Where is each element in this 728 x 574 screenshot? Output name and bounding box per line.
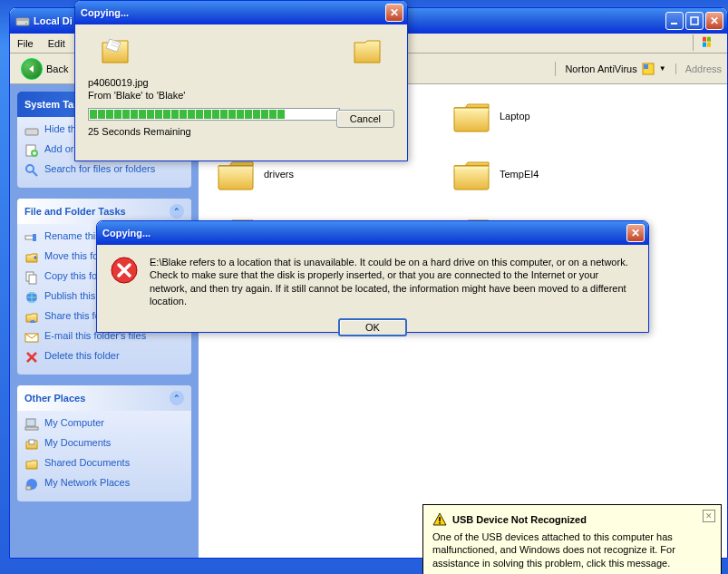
documents-icon	[24, 437, 39, 452]
copy-filename: p4060019.jpg	[88, 77, 394, 88]
progress-segment	[122, 110, 130, 119]
folder-icon	[452, 101, 490, 133]
menu-file[interactable]: File	[10, 35, 41, 52]
search-icon	[24, 163, 39, 178]
svg-rect-1	[17, 19, 28, 21]
norton-label: Norton AntiVirus	[565, 63, 636, 74]
copy-from-to: From 'Blake' to 'Blake'	[88, 90, 394, 101]
folder-item[interactable]: drivers	[217, 159, 398, 191]
sidebar-network-places[interactable]: My Network Places	[24, 474, 184, 494]
copy-dialog-titlebar[interactable]: Copying... ✕	[75, 1, 407, 24]
flying-paper-dest-icon	[349, 34, 385, 70]
move-icon	[24, 250, 39, 265]
svg-rect-6	[644, 64, 648, 69]
shared-docs-icon	[24, 457, 39, 472]
progress-segment	[245, 110, 252, 119]
error-dialog-close-button[interactable]: ✕	[626, 224, 645, 242]
progress-segment	[114, 110, 121, 119]
delete-icon	[24, 350, 39, 365]
svg-rect-17	[26, 419, 35, 426]
folder-icon	[217, 159, 255, 191]
folder-item[interactable]: Laptop	[452, 101, 634, 133]
other-places-header[interactable]: Other Places ⌃	[17, 385, 191, 411]
close-button[interactable]: ✕	[705, 12, 723, 30]
copy-dialog-title: Copying...	[81, 7, 129, 18]
other-places-panel: Other Places ⌃ My Computer My Documents …	[17, 385, 191, 501]
sidebar-delete[interactable]: Delete this folder	[24, 347, 184, 367]
svg-rect-19	[29, 440, 34, 444]
folder-label: Laptop	[500, 111, 530, 122]
svg-rect-26	[439, 517, 441, 521]
share-icon	[24, 310, 39, 325]
svg-rect-7	[25, 129, 38, 135]
maximize-button[interactable]	[685, 12, 704, 30]
progress-segment	[253, 110, 260, 119]
svg-rect-27	[439, 522, 441, 524]
progress-segment	[90, 110, 97, 119]
progress-segment	[277, 110, 285, 119]
balloon-title-text: USB Device Not Recognized	[452, 514, 587, 525]
sidebar-my-documents[interactable]: My Documents	[24, 434, 184, 454]
sidebar-my-computer[interactable]: My Computer	[24, 414, 184, 434]
collapse-icon: ⌃	[170, 204, 184, 219]
copy-icon	[24, 270, 39, 285]
progress-segment	[98, 110, 105, 119]
progress-segment	[131, 110, 138, 119]
progress-segment	[261, 110, 268, 119]
minimize-button[interactable]	[665, 12, 684, 30]
sidebar-search[interactable]: Search for files or folders	[24, 161, 184, 180]
progress-segment	[286, 110, 293, 119]
svg-rect-3	[671, 23, 677, 24]
progress-segment	[269, 110, 277, 119]
cancel-button[interactable]: Cancel	[336, 110, 394, 128]
error-icon	[110, 256, 139, 285]
rename-icon	[24, 230, 39, 245]
other-places-title: Other Places	[24, 393, 85, 404]
menu-edit[interactable]: Edit	[41, 35, 73, 52]
usb-balloon-notification[interactable]: ✕ USB Device Not Recognized One of the U…	[422, 504, 722, 574]
norton-antivirus[interactable]: Norton AntiVirus ▼	[555, 62, 665, 76]
progress-segment	[171, 110, 179, 119]
svg-rect-14	[29, 275, 36, 284]
time-remaining: 25 Seconds Remaining	[88, 126, 191, 137]
progress-segment	[302, 110, 309, 119]
collapse-icon: ⌃	[170, 391, 184, 405]
ok-button[interactable]: OK	[338, 318, 407, 336]
progress-segment	[318, 110, 325, 119]
progress-segment	[196, 110, 203, 119]
sidebar-shared-documents[interactable]: Shared Documents	[24, 454, 184, 474]
folder-item[interactable]: TempEI4	[452, 159, 634, 191]
back-arrow-icon	[21, 58, 43, 80]
error-message: E:\Blake refers to a location that is un…	[150, 256, 636, 307]
progress-segment	[106, 110, 113, 119]
back-label: Back	[46, 63, 68, 74]
back-button[interactable]: Back	[15, 56, 73, 82]
progress-segment	[188, 110, 195, 119]
progress-segment	[139, 110, 146, 119]
error-dialog: Copying... ✕ E:\Blake refers to a locati…	[96, 220, 649, 333]
progress-segment	[155, 110, 162, 119]
svg-point-2	[25, 23, 27, 24]
window-title: Local Di	[34, 15, 73, 26]
progress-segment	[163, 110, 170, 119]
error-dialog-titlebar[interactable]: Copying... ✕	[97, 221, 648, 245]
error-dialog-title: Copying...	[102, 228, 150, 238]
folder-label: TempEI4	[500, 169, 539, 180]
folder-label: drivers	[264, 169, 294, 180]
computer-icon	[24, 417, 39, 432]
network-icon	[24, 477, 39, 491]
address-label: Address	[675, 63, 722, 74]
progress-segment	[220, 110, 228, 119]
progress-segment	[310, 110, 317, 119]
drive-hide-icon	[24, 123, 39, 138]
svg-rect-4	[691, 17, 698, 24]
progress-segment	[294, 110, 301, 119]
dropdown-arrow-icon: ▼	[659, 64, 666, 73]
progress-segment	[212, 110, 219, 119]
flying-paper-source-icon	[97, 34, 133, 70]
progress-segment	[237, 110, 244, 119]
svg-rect-12	[33, 234, 36, 241]
copy-dialog-close-button[interactable]: ✕	[385, 4, 403, 22]
balloon-close-button[interactable]: ✕	[703, 510, 715, 522]
norton-icon	[641, 62, 655, 76]
